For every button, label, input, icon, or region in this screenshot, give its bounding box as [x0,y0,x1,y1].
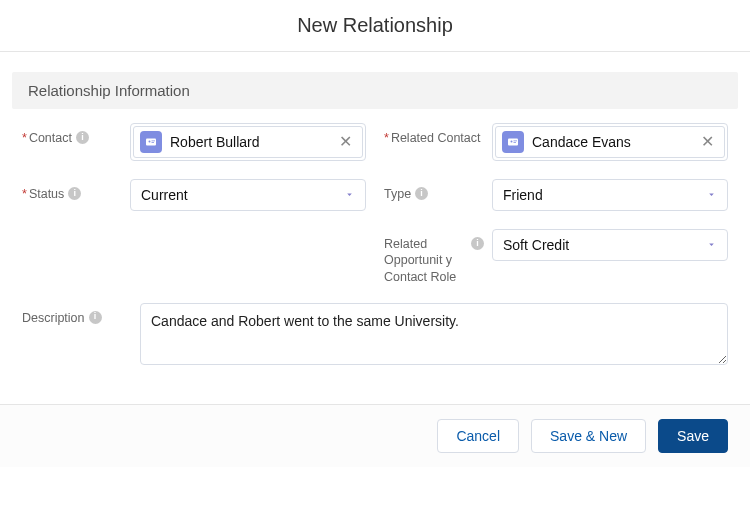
section-header-relationship-info: Relationship Information [12,72,738,109]
contact-icon [502,131,524,153]
required-marker: * [384,131,389,145]
lookup-contact-value: Robert Bullard [170,134,329,150]
remove-related-contact-button[interactable]: ✕ [699,134,716,150]
form-row-opp-role: Related Opportunit y Contact Role i Soft… [22,229,728,285]
required-marker: * [22,131,27,145]
svg-rect-2 [152,141,156,142]
modal-title: New Relationship [0,14,750,37]
info-icon[interactable]: i [415,187,428,200]
label-related-opp-role: Related Opportunit y Contact Role i [384,229,484,285]
info-icon[interactable]: i [89,311,102,324]
field-status: *Status i Current [22,179,366,211]
select-status-value: Current [141,187,188,203]
cancel-button[interactable]: Cancel [437,419,519,453]
select-status[interactable]: Current [130,179,366,211]
svg-point-1 [149,141,151,143]
lookup-contact[interactable]: Robert Bullard ✕ [130,123,366,161]
field-related-contact: *Related Contact Candace Evans ✕ [384,123,728,161]
svg-rect-6 [514,141,518,142]
info-icon[interactable]: i [68,187,81,200]
svg-rect-3 [152,142,155,143]
svg-rect-7 [514,142,517,143]
select-related-opp-role[interactable]: Soft Credit [492,229,728,261]
select-type[interactable]: Friend [492,179,728,211]
save-button[interactable]: Save [658,419,728,453]
chevron-down-icon [344,187,355,203]
select-type-value: Friend [503,187,543,203]
chevron-down-icon [706,237,717,253]
label-description: Description i [22,303,122,326]
info-icon[interactable]: i [471,237,484,250]
lookup-pill: Robert Bullard ✕ [133,126,363,158]
field-type: Type i Friend [384,179,728,211]
form-row-status-type: *Status i Current Type i Friend [22,179,728,211]
description-textarea[interactable] [140,303,728,365]
chevron-down-icon [706,187,717,203]
lookup-pill: Candace Evans ✕ [495,126,725,158]
form-row-description: Description i [22,303,728,368]
info-icon[interactable]: i [76,131,89,144]
svg-rect-0 [146,139,156,146]
label-related-contact: *Related Contact [384,123,484,146]
label-type: Type i [384,179,484,202]
label-status: *Status i [22,179,122,202]
contact-icon [140,131,162,153]
field-related-opp-role: Related Opportunit y Contact Role i Soft… [384,229,728,285]
select-related-opp-role-value: Soft Credit [503,237,569,253]
lookup-related-contact[interactable]: Candace Evans ✕ [492,123,728,161]
lookup-related-contact-value: Candace Evans [532,134,691,150]
remove-contact-button[interactable]: ✕ [337,134,354,150]
save-and-new-button[interactable]: Save & New [531,419,646,453]
label-contact: *Contact i [22,123,122,146]
field-contact: *Contact i Robert Bullard ✕ [22,123,366,161]
modal-new-relationship: New Relationship Relationship Informatio… [0,0,750,467]
svg-point-5 [511,141,513,143]
modal-footer: Cancel Save & New Save [0,404,750,467]
svg-rect-4 [508,139,518,146]
form-row-contact: *Contact i Robert Bullard ✕ *Related Con… [22,123,728,161]
required-marker: * [22,187,27,201]
modal-header: New Relationship [0,0,750,52]
control-description [140,303,728,368]
form-body: *Contact i Robert Bullard ✕ *Related Con… [0,123,750,404]
